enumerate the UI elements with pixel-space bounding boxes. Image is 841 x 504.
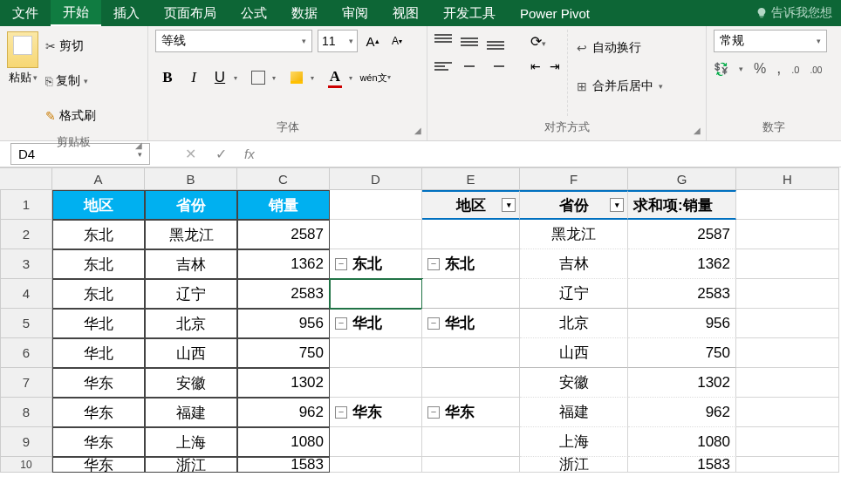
- cell[interactable]: 962: [628, 398, 736, 427]
- cell[interactable]: 北京: [520, 309, 628, 338]
- formula-input[interactable]: [255, 143, 841, 165]
- row-header[interactable]: 1: [0, 190, 52, 220]
- cell[interactable]: 省份▾: [520, 190, 628, 220]
- cell[interactable]: −华东: [330, 398, 422, 427]
- cell[interactable]: 750: [237, 338, 330, 368]
- cell[interactable]: 2587: [237, 220, 330, 249]
- cell[interactable]: 吉林: [145, 249, 237, 279]
- cell[interactable]: [736, 398, 839, 427]
- cell[interactable]: [330, 427, 422, 457]
- shrink-font-button[interactable]: A▾: [387, 31, 407, 51]
- border-button[interactable]: [246, 66, 270, 89]
- copy-button[interactable]: 复制▾: [45, 66, 96, 96]
- align-center-button[interactable]: [461, 58, 478, 74]
- cell[interactable]: 东北: [52, 220, 145, 249]
- cell[interactable]: [330, 220, 422, 249]
- cell[interactable]: 东北: [52, 279, 145, 309]
- col-header-c[interactable]: C: [237, 167, 330, 190]
- col-header-h[interactable]: H: [736, 167, 839, 190]
- cell[interactable]: [736, 279, 839, 309]
- cell[interactable]: 吉林: [520, 249, 628, 279]
- collapse-icon[interactable]: −: [335, 317, 347, 330]
- cell[interactable]: 华北: [52, 309, 145, 338]
- cell[interactable]: 1583: [628, 457, 736, 473]
- cell[interactable]: [736, 309, 839, 338]
- cell[interactable]: 黑龙江: [520, 220, 628, 249]
- cell[interactable]: [330, 279, 422, 309]
- cell[interactable]: 山西: [520, 338, 628, 368]
- wrap-text-button[interactable]: 自动换行: [577, 33, 663, 63]
- cell[interactable]: −东北: [422, 249, 520, 279]
- row-header[interactable]: 9: [0, 427, 52, 457]
- collapse-icon[interactable]: −: [427, 317, 440, 330]
- row-header[interactable]: 6: [0, 338, 52, 368]
- tell-me-box[interactable]: 告诉我您想: [747, 0, 841, 26]
- percent-format-button[interactable]: %: [754, 61, 766, 77]
- cell[interactable]: [330, 368, 422, 398]
- cell[interactable]: [422, 338, 520, 368]
- alignment-dialog-icon[interactable]: ◢: [694, 126, 701, 135]
- cell[interactable]: 黑龙江: [145, 220, 237, 249]
- font-family-select[interactable]: 等线▾: [155, 30, 312, 52]
- filter-dropdown-icon[interactable]: ▾: [610, 198, 624, 212]
- cell[interactable]: [330, 190, 422, 220]
- tab-home[interactable]: 开始: [51, 0, 101, 26]
- cell[interactable]: 1080: [628, 427, 736, 457]
- cell[interactable]: 求和项:销量: [628, 190, 736, 220]
- cell[interactable]: 销量: [237, 190, 330, 220]
- select-all-corner[interactable]: [0, 167, 52, 190]
- cell[interactable]: [422, 220, 520, 249]
- cell[interactable]: 750: [628, 338, 736, 368]
- col-header-e[interactable]: E: [422, 167, 520, 190]
- cell[interactable]: [422, 427, 520, 457]
- tab-review[interactable]: 审阅: [330, 0, 380, 26]
- cell[interactable]: 2583: [237, 279, 330, 309]
- paste-button[interactable]: 粘贴▾: [9, 70, 38, 85]
- cell[interactable]: 地区: [52, 190, 145, 220]
- cell[interactable]: 上海: [520, 427, 628, 457]
- collapse-icon[interactable]: −: [335, 406, 347, 419]
- cell[interactable]: 2583: [628, 279, 736, 309]
- cell[interactable]: 安徽: [520, 368, 628, 398]
- collapse-icon[interactable]: −: [427, 258, 440, 270]
- collapse-icon[interactable]: −: [427, 406, 440, 419]
- cell[interactable]: 962: [237, 398, 330, 427]
- cell[interactable]: 福建: [520, 398, 628, 427]
- row-header[interactable]: 3: [0, 249, 52, 279]
- font-dialog-icon[interactable]: ◢: [414, 126, 421, 135]
- tab-formulas[interactable]: 公式: [229, 0, 279, 26]
- align-bottom-button[interactable]: [487, 34, 504, 50]
- row-header[interactable]: 10: [0, 457, 52, 473]
- enter-formula-button[interactable]: ✓: [215, 146, 227, 162]
- col-header-f[interactable]: F: [520, 167, 628, 190]
- cell[interactable]: 956: [628, 309, 736, 338]
- cut-button[interactable]: 剪切: [45, 31, 96, 61]
- fx-icon[interactable]: fx: [244, 146, 255, 161]
- cell[interactable]: 华东: [52, 368, 145, 398]
- cell[interactable]: 浙江: [145, 457, 237, 473]
- orientation-button[interactable]: ⟳▾: [530, 33, 546, 50]
- decrease-decimal-button[interactable]: [810, 62, 822, 76]
- tab-powerpivot[interactable]: Power Pivot: [508, 0, 602, 26]
- cell[interactable]: [736, 220, 839, 249]
- cell[interactable]: [736, 368, 839, 398]
- cell[interactable]: 华东: [52, 427, 145, 457]
- cell[interactable]: 华东: [52, 457, 145, 473]
- cell[interactable]: 东北: [52, 249, 145, 279]
- underline-button[interactable]: U: [208, 66, 232, 89]
- cell[interactable]: 省份: [145, 190, 237, 220]
- tab-view[interactable]: 视图: [380, 0, 431, 26]
- bold-button[interactable]: B: [155, 66, 180, 89]
- col-header-g[interactable]: G: [628, 167, 736, 190]
- cell[interactable]: 华东: [52, 398, 145, 427]
- cell[interactable]: 华北: [52, 338, 145, 368]
- align-right-button[interactable]: [487, 58, 504, 74]
- align-left-button[interactable]: [434, 58, 452, 74]
- row-header[interactable]: 5: [0, 309, 52, 338]
- cell[interactable]: 1302: [628, 368, 736, 398]
- font-color-button[interactable]: A: [323, 66, 347, 89]
- decrease-indent-button[interactable]: ⇤: [530, 59, 541, 73]
- accounting-format-button[interactable]: [714, 62, 728, 76]
- cell[interactable]: [330, 338, 422, 368]
- merge-center-button[interactable]: 合并后居中▾: [577, 72, 663, 101]
